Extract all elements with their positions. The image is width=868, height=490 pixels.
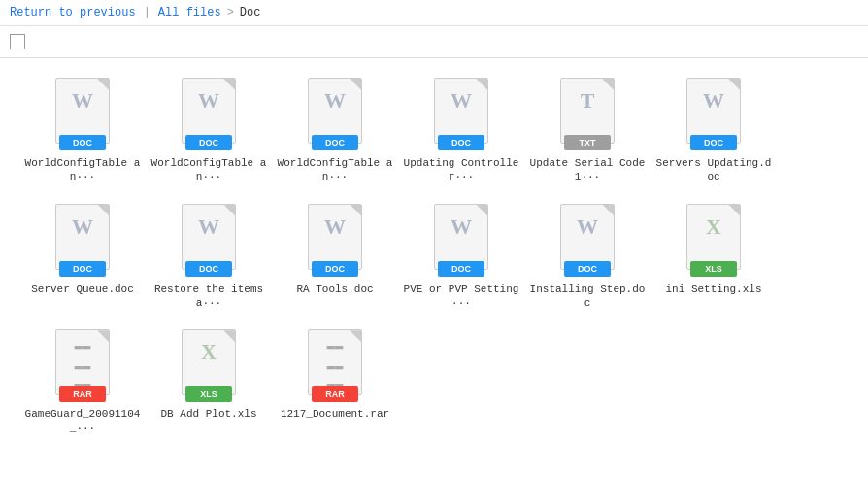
file-item[interactable]: W DOC Installing Step.doc bbox=[524, 194, 651, 320]
file-type-badge: DOC bbox=[312, 261, 358, 277]
current-folder-label: Doc bbox=[240, 6, 261, 19]
file-shape: ▬▬▬▬▬▬ bbox=[308, 329, 362, 395]
file-type-badge: DOC bbox=[690, 135, 737, 150]
file-item[interactable]: ▬▬▬▬▬▬ RAR 1217_Document.rar bbox=[272, 319, 398, 445]
file-type-badge: DOC bbox=[185, 135, 232, 150]
file-icon: W DOC bbox=[304, 78, 367, 150]
file-shape: W bbox=[182, 204, 236, 270]
toolbar bbox=[0, 26, 868, 58]
file-name-label: WorldConfigTable an··· bbox=[24, 156, 141, 184]
file-shape: W bbox=[308, 204, 362, 270]
file-item[interactable]: W DOC WorldConfigTable an··· bbox=[272, 68, 398, 194]
file-item[interactable]: W DOC WorldConfigTable an··· bbox=[19, 68, 146, 194]
separator: | bbox=[144, 6, 150, 19]
file-icon: T TXT bbox=[556, 78, 619, 150]
file-shape: W bbox=[55, 204, 110, 270]
file-icon: W DOC bbox=[178, 78, 241, 150]
file-type-badge: DOC bbox=[59, 261, 106, 277]
file-icon: W DOC bbox=[430, 204, 493, 277]
file-type-badge: XLS bbox=[690, 261, 737, 277]
all-files-link[interactable]: All files bbox=[158, 6, 221, 19]
breadcrumb-arrow: > bbox=[227, 6, 234, 19]
file-shape: X bbox=[686, 204, 741, 270]
file-icon: W DOC bbox=[51, 204, 115, 277]
file-name-label: Restore the items a··· bbox=[150, 282, 267, 310]
file-shape: T bbox=[560, 78, 615, 144]
file-shape: W bbox=[308, 78, 362, 144]
file-type-badge: DOC bbox=[312, 135, 358, 150]
file-icon: W DOC bbox=[683, 78, 746, 150]
file-item[interactable]: T TXT Update Serial Code1··· bbox=[524, 68, 651, 194]
file-name-label: GameGuard_20091104_··· bbox=[24, 408, 141, 436]
file-item[interactable]: X XLS ini Setting.xls bbox=[651, 194, 777, 320]
file-type-badge: DOC bbox=[564, 261, 611, 277]
file-item[interactable]: W DOC WorldConfigTable an··· bbox=[146, 68, 272, 194]
file-item[interactable]: W DOC Servers Updating.doc bbox=[651, 68, 777, 194]
file-name-label: Updating Controller··· bbox=[403, 156, 519, 184]
file-item[interactable]: W DOC Updating Controller··· bbox=[398, 68, 524, 194]
file-icon: W DOC bbox=[430, 78, 493, 150]
file-type-badge: DOC bbox=[438, 135, 484, 150]
file-shape: W bbox=[560, 204, 615, 270]
file-name-label: RA Tools.doc bbox=[296, 282, 373, 296]
file-name-label: Server Queue.doc bbox=[31, 282, 134, 296]
file-item[interactable]: W DOC RA Tools.doc bbox=[272, 194, 398, 320]
file-name-label: WorldConfigTable an··· bbox=[150, 156, 267, 184]
file-item[interactable]: X XLS DB Add Plot.xls bbox=[146, 319, 272, 445]
file-shape: W bbox=[686, 78, 741, 144]
file-shape: W bbox=[434, 204, 488, 270]
file-icon: W DOC bbox=[51, 78, 115, 150]
breadcrumb-bar: Return to previous | All files > Doc bbox=[0, 0, 868, 26]
file-icon: ▬▬▬▬▬▬ RAR bbox=[304, 329, 367, 402]
file-name-label: Installing Step.doc bbox=[529, 282, 646, 310]
file-shape: W bbox=[182, 78, 236, 144]
return-to-previous-link[interactable]: Return to previous bbox=[10, 6, 136, 19]
file-type-badge: RAR bbox=[59, 386, 106, 402]
file-type-badge: DOC bbox=[438, 261, 484, 277]
file-shape: ▬▬▬▬▬▬ bbox=[55, 329, 110, 395]
file-type-badge: DOC bbox=[59, 135, 106, 150]
file-item[interactable]: W DOC PVE or PVP Setting ··· bbox=[398, 194, 524, 320]
file-icon: W DOC bbox=[556, 204, 619, 277]
file-item[interactable]: ▬▬▬▬▬▬ RAR GameGuard_20091104_··· bbox=[19, 319, 146, 445]
file-name-label: DB Add Plot.xls bbox=[160, 408, 256, 421]
file-type-badge: DOC bbox=[185, 261, 232, 277]
file-shape: W bbox=[55, 78, 110, 144]
file-item[interactable]: W DOC Restore the items a··· bbox=[146, 194, 272, 320]
file-name-label: PVE or PVP Setting ··· bbox=[403, 282, 519, 310]
file-name-label: Update Serial Code1··· bbox=[529, 156, 646, 184]
files-grid: W DOC WorldConfigTable an··· W DOC World… bbox=[0, 58, 868, 455]
file-type-badge: XLS bbox=[185, 386, 232, 402]
file-name-label: ini Setting.xls bbox=[665, 282, 761, 296]
file-shape: X bbox=[182, 329, 236, 395]
file-type-badge: TXT bbox=[564, 135, 611, 150]
file-icon: W DOC bbox=[178, 204, 241, 277]
file-item[interactable]: W DOC Server Queue.doc bbox=[19, 194, 146, 320]
file-icon: ▬▬▬▬▬▬ RAR bbox=[51, 329, 115, 402]
file-name-label: Servers Updating.doc bbox=[655, 156, 772, 184]
file-icon: W DOC bbox=[304, 204, 367, 277]
file-icon: X XLS bbox=[683, 204, 746, 277]
file-icon: X XLS bbox=[178, 329, 241, 402]
file-name-label: 1217_Document.rar bbox=[281, 408, 389, 421]
file-type-badge: RAR bbox=[312, 386, 358, 402]
file-name-label: WorldConfigTable an··· bbox=[277, 156, 393, 184]
file-shape: W bbox=[434, 78, 488, 144]
select-all-checkbox[interactable] bbox=[10, 34, 25, 49]
